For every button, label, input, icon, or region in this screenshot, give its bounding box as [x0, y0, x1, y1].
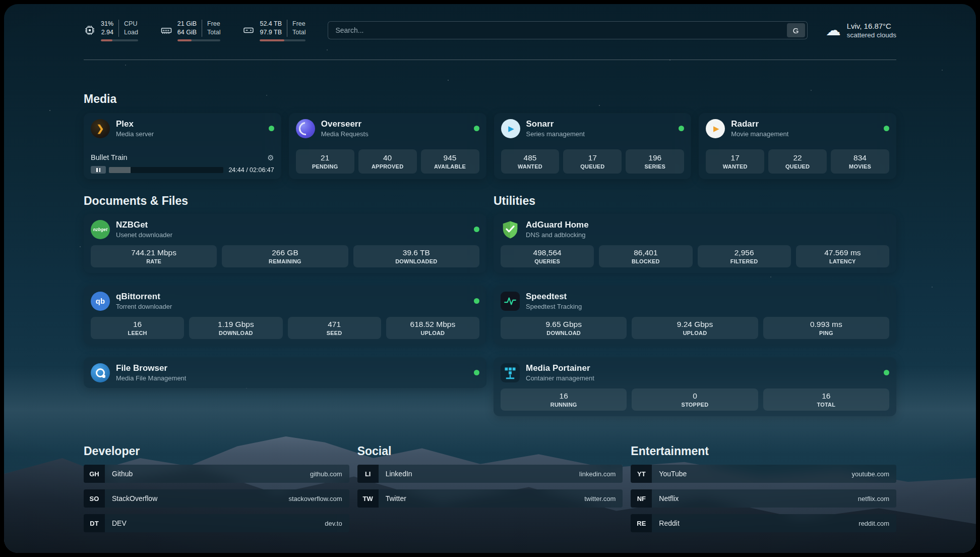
bookmark-name: Reddit: [659, 519, 679, 527]
app-name: File Browser: [116, 363, 186, 373]
bookmark-netflix[interactable]: NF Netflix netflix.com: [631, 489, 896, 508]
youtube-icon: YT: [631, 465, 652, 483]
bookmarks-section: Developer GH Github github.com SO StackO…: [84, 444, 896, 532]
disk-widget: 52.4 TB 97.9 TB Free Total: [242, 20, 305, 41]
bookmark-dev[interactable]: DT DEV dev.to: [84, 514, 349, 532]
reddit-icon: RE: [631, 514, 652, 532]
app-subtitle: Torrent downloader: [116, 302, 172, 311]
app-card-portainer[interactable]: Media Portainer Container management 16R…: [494, 357, 896, 416]
app-card-nzbget[interactable]: nzbget NZBGet Usenet downloader 744.21 M…: [84, 214, 486, 273]
dashboard-content: 31% 2.94 CPU Load: [84, 4, 896, 532]
app-card-sonarr[interactable]: ▶ Sonarr Series management 485WANTED 17Q…: [494, 113, 692, 179]
utilities-column: Utilities AdGuard Home: [494, 194, 896, 416]
stat-latency: 47.569 msLATENCY: [796, 245, 889, 267]
playback-time: 24:44 / 02:06:47: [228, 166, 274, 174]
github-icon: GH: [84, 465, 105, 483]
app-name: Plex: [116, 119, 154, 129]
search-input[interactable]: [328, 26, 786, 34]
bookmark-linkedin[interactable]: LI LinkedIn linkedin.com: [357, 465, 623, 483]
section-title-media: Media: [84, 92, 896, 106]
app-card-speedtest[interactable]: Speedtest Speedtest Tracking 9.65 GbpsDO…: [494, 286, 896, 345]
bookmark-url: netflix.com: [858, 495, 896, 503]
playback-progress-bar[interactable]: [109, 167, 223, 173]
stat-stopped: 0STOPPED: [632, 388, 758, 411]
stat-running: 16RUNNING: [501, 388, 627, 411]
dev-icon: DT: [84, 514, 105, 532]
app-card-overseerr[interactable]: Overseerr Media Requests 21PENDING 40APP…: [289, 113, 486, 179]
app-card-radarr[interactable]: ▶ Radarr Movie management 17WANTED 22QUE…: [699, 113, 896, 179]
gear-icon[interactable]: ⚙: [267, 154, 274, 161]
bookmark-twitter[interactable]: TW Twitter twitter.com: [357, 489, 623, 508]
memory-usage-bar: [177, 39, 221, 41]
stackoverflow-icon: SO: [84, 489, 105, 508]
section-title-documents: Documents & Files: [84, 194, 486, 208]
stat-available: 945AVAILABLE: [421, 149, 479, 174]
speedtest-icon: [501, 292, 520, 311]
bookmark-name: StackOverflow: [112, 494, 157, 503]
bookmark-url: linkedin.com: [579, 470, 623, 478]
weather-widget: ☁ Lviv, 16.87°C scattered clouds: [826, 21, 896, 40]
bookmark-stackoverflow[interactable]: SO StackOverflow stackoverflow.com: [84, 489, 349, 508]
app-subtitle: Series management: [526, 130, 585, 138]
crane-icon: [503, 366, 517, 380]
section-title-utilities: Utilities: [494, 194, 896, 208]
memory-free-label: Free: [207, 20, 220, 28]
bookmarks-social: Social LI LinkedIn linkedin.com TW Twitt…: [357, 444, 623, 532]
plex-icon-glyph: ❯: [96, 123, 104, 134]
disk-free-value: 52.4 TB: [260, 20, 282, 28]
search-bar: G: [328, 21, 807, 39]
overseerr-icon: [296, 119, 315, 138]
app-name: NZBGet: [116, 219, 172, 230]
documents-column: Documents & Files nzbget NZBGet Usenet d…: [84, 194, 486, 416]
disk-usage-bar: [260, 39, 305, 41]
sonarr-icon: ▶: [501, 119, 520, 138]
app-card-adguard[interactable]: AdGuard Home DNS and adblocking 498,564Q…: [494, 214, 896, 273]
plex-now-playing: Bullet Train ⚙ 24:44 / 02:06:47: [91, 150, 274, 174]
search-engine-button[interactable]: G: [787, 23, 805, 37]
bookmark-youtube[interactable]: YT YouTube youtube.com: [631, 465, 896, 483]
app-card-plex[interactable]: ❯ Plex Media server Bullet Train ⚙: [84, 113, 281, 179]
disk-readout: 52.4 TB 97.9 TB Free Total: [260, 20, 305, 41]
cpu-percent: 31%: [101, 20, 113, 28]
plex-icon: ❯: [91, 119, 110, 138]
status-dot: [884, 126, 889, 131]
hard-drive-icon: [242, 24, 255, 36]
adguard-icon: [501, 220, 520, 239]
app-name: Overseerr: [321, 119, 369, 129]
app-subtitle: Movie management: [731, 130, 788, 138]
disk-total-value: 97.9 TB: [260, 28, 282, 37]
pause-button[interactable]: [91, 166, 106, 174]
app-subtitle: Media Requests: [321, 130, 369, 138]
stat-filtered: 2,956FILTERED: [698, 245, 791, 267]
app-subtitle: Speedtest Tracking: [526, 302, 582, 311]
bookmark-reddit[interactable]: RE Reddit reddit.com: [631, 514, 896, 532]
app-name: Media Portainer: [526, 363, 594, 373]
bookmark-name: YouTube: [659, 470, 687, 478]
stat-download: 9.65 GbpsDOWNLOAD: [501, 317, 627, 339]
ram-icon: [160, 24, 172, 36]
cpu-load-value: 2.94: [101, 28, 113, 37]
stat-downloaded: 39.6 TBDOWNLOADED: [353, 245, 479, 267]
app-name: Speedtest: [526, 291, 582, 302]
app-subtitle: Container management: [526, 374, 594, 382]
memory-widget: 21 GiB 64 GiB Free Total: [160, 20, 221, 41]
status-dot: [884, 370, 889, 375]
cpu-chip-icon: [84, 24, 96, 36]
waveform-icon: [504, 295, 517, 308]
app-card-qbittorrent[interactable]: qb qBittorrent Torrent downloader 16LEEC…: [84, 286, 486, 345]
stat-queued: 17QUEUED: [563, 149, 622, 174]
weather-location: Lviv, 16.87°C: [847, 21, 896, 31]
bookmark-github[interactable]: GH Github github.com: [84, 465, 349, 483]
bookmark-url: reddit.com: [859, 520, 896, 527]
stat-wanted: 17WANTED: [706, 149, 764, 174]
cpu-widget: 31% 2.94 CPU Load: [84, 20, 138, 41]
memory-total-value: 64 GiB: [177, 28, 197, 37]
app-card-filebrowser[interactable]: File Browser Media File Management: [84, 357, 486, 388]
netflix-icon: NF: [631, 489, 652, 508]
filebrowser-icon-glyph: [96, 368, 105, 377]
bookmark-name: Twitter: [386, 494, 406, 503]
bookmarks-developer: Developer GH Github github.com SO StackO…: [84, 444, 349, 532]
stat-upload: 618.52 MbpsUPLOAD: [386, 317, 479, 339]
status-dot: [474, 370, 479, 375]
stat-ping: 0.993 msPING: [763, 317, 889, 339]
